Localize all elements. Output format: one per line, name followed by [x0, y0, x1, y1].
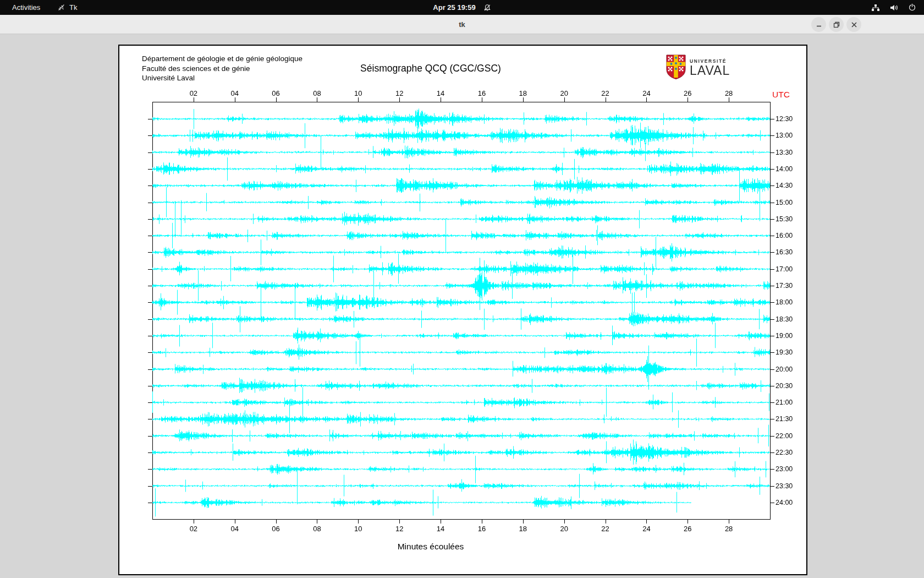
minimize-button[interactable]: [811, 17, 826, 32]
universite-laval-logo: UNIVERSITÉ LAVAL: [666, 54, 730, 81]
xtick-top-label: 08: [313, 89, 321, 97]
xtick-bottom-label: 18: [519, 525, 527, 533]
x-axis-label: Minutes écoulées: [266, 542, 596, 552]
utc-time-label: 20:00: [776, 366, 793, 373]
xtick-top-label: 22: [601, 89, 609, 97]
xtick-bottom-label: 14: [437, 525, 444, 533]
network-icon: [871, 3, 880, 12]
xtick-bottom-label: 26: [684, 525, 691, 533]
xtick-top-label: 18: [519, 89, 527, 97]
xtick-bottom-label: 28: [725, 525, 733, 533]
xtick-bottom-label: 12: [395, 525, 403, 533]
gnome-top-bar: Activities Tk Apr 25 19:59: [0, 0, 924, 15]
utc-time-label: 13:30: [776, 149, 793, 156]
seismograph-plot: [119, 46, 806, 574]
activities-button[interactable]: Activities: [9, 0, 43, 15]
volume-icon: [889, 3, 899, 12]
xtick-bottom-label: 20: [560, 525, 568, 533]
utc-time-label: 21:30: [776, 415, 793, 423]
xtick-top-label: 12: [395, 89, 403, 97]
tk-app-icon: [57, 3, 65, 12]
xtick-bottom-label: 02: [190, 525, 197, 533]
xtick-bottom-label: 06: [272, 525, 279, 533]
xtick-top-label: 26: [684, 89, 691, 97]
xtick-bottom-label: 22: [601, 525, 609, 533]
utc-time-label: 16:00: [776, 232, 793, 239]
xtick-bottom-label: 08: [313, 525, 321, 533]
institution-line-3: Université Laval: [142, 73, 302, 83]
utc-time-label: 23:00: [776, 465, 793, 473]
xtick-top-label: 06: [272, 89, 279, 97]
utc-time-label: 22:00: [776, 432, 793, 440]
utc-label: UTC: [772, 90, 790, 100]
xtick-top-label: 04: [230, 89, 238, 97]
xtick-bottom-label: 04: [230, 525, 238, 533]
utc-time-label: 14:30: [776, 182, 793, 189]
plot-title: Séismographe QCQ (CGC/GSC): [266, 63, 596, 74]
notifications-muted-icon[interactable]: [483, 4, 491, 12]
close-button[interactable]: [846, 17, 861, 32]
laval-shield-icon: [666, 54, 686, 81]
utc-time-label: 19:30: [776, 348, 793, 356]
focused-app-name: Tk: [69, 3, 77, 12]
utc-time-label: 18:00: [776, 298, 793, 306]
desktop: Activities Tk Apr 25 19:59: [0, 0, 924, 578]
utc-time-label: 19:00: [776, 332, 793, 340]
xtick-top-label: 16: [478, 89, 486, 97]
utc-time-label: 24:00: [776, 499, 793, 506]
xtick-top-label: 10: [354, 89, 362, 97]
xtick-top-label: 14: [437, 89, 444, 97]
focused-app-menu[interactable]: Tk: [57, 0, 77, 15]
utc-time-label: 17:00: [776, 265, 793, 273]
utc-time-label: 17:30: [776, 282, 793, 290]
utc-time-label: 20:30: [776, 382, 793, 390]
xtick-top-label: 24: [642, 89, 650, 97]
power-icon: [908, 3, 916, 12]
institution-line-1: Département de géologie et de génie géol…: [142, 54, 302, 64]
utc-time-label: 22:30: [776, 449, 793, 456]
window-title: tk: [0, 15, 924, 34]
maximize-button[interactable]: [829, 17, 844, 32]
utc-time-label: 12:30: [776, 115, 793, 123]
utc-time-label: 15:00: [776, 199, 793, 206]
xtick-top-label: 28: [725, 89, 733, 97]
utc-time-label: 16:30: [776, 248, 793, 256]
window-titlebar[interactable]: tk: [0, 15, 924, 34]
utc-time-label: 21:00: [776, 399, 793, 406]
xtick-bottom-label: 24: [642, 525, 650, 533]
system-status-area[interactable]: [871, 0, 916, 15]
utc-time-label: 18:30: [776, 315, 793, 323]
logo-line-2: LAVAL: [690, 63, 730, 78]
utc-time-label: 23:30: [776, 482, 793, 490]
utc-time-label: 14:00: [776, 165, 793, 173]
xtick-top-label: 02: [190, 89, 197, 97]
utc-time-label: 13:00: [776, 132, 793, 139]
xtick-top-label: 20: [560, 89, 568, 97]
clock[interactable]: Apr 25 19:59: [433, 3, 475, 12]
xtick-bottom-label: 10: [354, 525, 362, 533]
xtick-bottom-label: 16: [478, 525, 486, 533]
utc-time-label: 15:30: [776, 215, 793, 223]
